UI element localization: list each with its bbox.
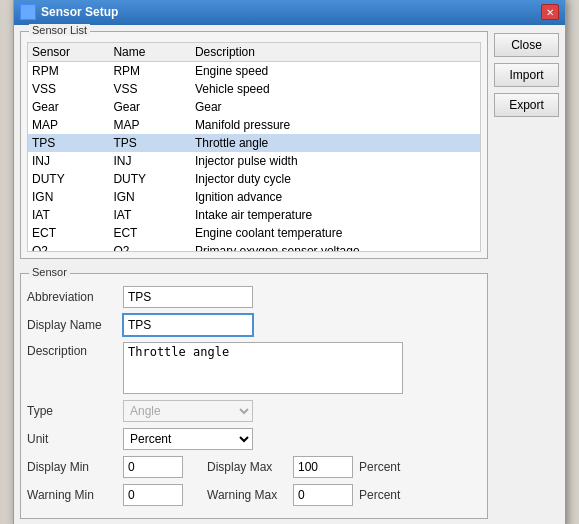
table-row[interactable]: INJ INJ Injector pulse width xyxy=(28,152,480,170)
table-row[interactable]: Gear Gear Gear xyxy=(28,98,480,116)
description-textarea[interactable]: Throttle angle xyxy=(123,342,403,394)
type-select[interactable]: Angle xyxy=(123,400,253,422)
display-min-label: Display Min xyxy=(27,460,117,474)
main-window: Sensor Setup ✕ Sensor List Sensor Name D… xyxy=(13,0,566,524)
warning-min-label: Warning Min xyxy=(27,488,117,502)
close-window-button[interactable]: ✕ xyxy=(541,4,559,20)
table-row[interactable]: RPM RPM Engine speed xyxy=(28,62,480,81)
display-name-label: Display Name xyxy=(27,318,117,332)
sensor-form-title: Sensor xyxy=(29,266,70,278)
warning-min-input[interactable] xyxy=(123,484,183,506)
abbreviation-input[interactable] xyxy=(123,286,253,308)
table-row[interactable]: DUTY DUTY Injector duty cycle xyxy=(28,170,480,188)
unit-label: Unit xyxy=(27,432,117,446)
warning-max-label: Warning Max xyxy=(207,488,287,502)
display-unit-label: Percent xyxy=(359,460,400,474)
window-title: Sensor Setup xyxy=(41,5,118,19)
description-label: Description xyxy=(27,342,117,358)
warning-max-input[interactable] xyxy=(293,484,353,506)
display-name-input[interactable] xyxy=(123,314,253,336)
sensor-list-title: Sensor List xyxy=(29,24,90,36)
display-max-label: Display Max xyxy=(207,460,287,474)
title-bar: Sensor Setup ✕ xyxy=(14,0,565,25)
display-max-input[interactable] xyxy=(293,456,353,478)
display-min-input[interactable] xyxy=(123,456,183,478)
export-button[interactable]: Export xyxy=(494,93,559,117)
type-label: Type xyxy=(27,404,117,418)
sensor-table: Sensor Name Description RPM RPM Engine s… xyxy=(28,43,480,252)
table-row[interactable]: IAT IAT Intake air temperature xyxy=(28,206,480,224)
sensor-form-group: Sensor Abbreviation Display Name Descrip… xyxy=(20,273,488,519)
col-sensor: Sensor xyxy=(28,43,109,62)
unit-select[interactable]: Percent RPM kPa °C V ms % deg xyxy=(123,428,253,450)
table-row[interactable]: IGN IGN Ignition advance xyxy=(28,188,480,206)
sensor-table-container[interactable]: Sensor Name Description RPM RPM Engine s… xyxy=(27,42,481,252)
col-name: Name xyxy=(109,43,190,62)
sensor-list-group: Sensor List Sensor Name Description RPM xyxy=(20,31,488,259)
close-button[interactable]: Close xyxy=(494,33,559,57)
table-row[interactable]: VSS VSS Vehicle speed xyxy=(28,80,480,98)
warning-unit-label: Percent xyxy=(359,488,400,502)
table-row[interactable]: TPS TPS Throttle angle xyxy=(28,134,480,152)
app-icon xyxy=(20,4,36,20)
table-row[interactable]: MAP MAP Manifold pressure xyxy=(28,116,480,134)
table-row[interactable]: ECT ECT Engine coolant temperature xyxy=(28,224,480,242)
col-description: Description xyxy=(191,43,480,62)
import-button[interactable]: Import xyxy=(494,63,559,87)
abbreviation-label: Abbreviation xyxy=(27,290,117,304)
table-row[interactable]: O2 O2 Primary oxygen sensor voltage xyxy=(28,242,480,252)
